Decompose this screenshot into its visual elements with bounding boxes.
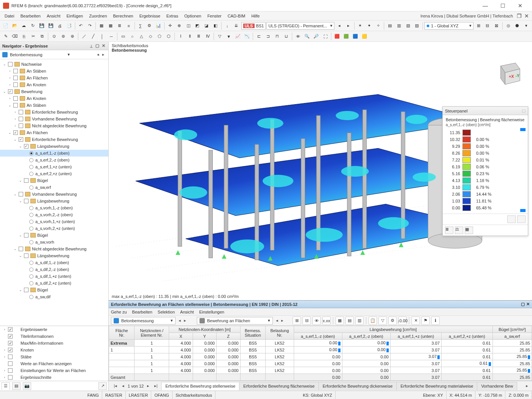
- tree-item[interactable]: a_s,vorh,2,-z (oben): [0, 211, 108, 218]
- refresh-icon[interactable]: ↻: [28, 22, 37, 30]
- menu-einfuegen[interactable]: Einfügen: [63, 11, 86, 21]
- mdi-close-button[interactable]: ✕: [523, 12, 530, 20]
- results-tab[interactable]: Erforderliche Bewehrung stellenweise: [161, 382, 239, 390]
- rm-bearbeiten[interactable]: Bearbeiten: [132, 310, 152, 314]
- col2-icon[interactable]: 🟩: [342, 32, 350, 41]
- page-next-icon[interactable]: ▸: [145, 383, 151, 388]
- rm-ansicht[interactable]: Ansicht: [180, 310, 194, 314]
- table-row[interactable]: 14.0000.0000.000BS5LK520.000.003.070.612…: [109, 367, 532, 374]
- menu-ansicht[interactable]: Ansicht: [44, 11, 63, 21]
- disp3-icon[interactable]: ▧: [404, 22, 412, 30]
- results-tab[interactable]: Erforderliche Bewehrung materialweise: [396, 382, 477, 390]
- tree-item[interactable]: ⌄Vorhandene Bewehrung: [0, 191, 108, 198]
- sec2-icon[interactable]: ⊐: [264, 32, 272, 41]
- tree-item[interactable]: a_s,erf,1,-z (oben): [0, 150, 108, 157]
- rt-next-icon[interactable]: ▸: [280, 318, 285, 323]
- menu-optionen[interactable]: Optionen: [181, 11, 204, 21]
- print-icon[interactable]: 🖨: [56, 22, 64, 30]
- layer2-icon[interactable]: ≡: [125, 22, 133, 30]
- nav-option[interactable]: ›Ergebniswerte: [0, 326, 108, 333]
- shape3-icon[interactable]: △: [137, 32, 146, 41]
- menu-ergebnisse[interactable]: Ergebnisse: [136, 11, 163, 21]
- tree-item[interactable]: ⌄Längsbewehrung: [0, 252, 108, 259]
- vis2-icon[interactable]: 🔍: [303, 32, 311, 41]
- navigator-tree[interactable]: ⌄Nachweise›An Stäben›An Flächen›An Knote…: [0, 59, 108, 326]
- tree-item[interactable]: ›An Knoten: [0, 95, 108, 102]
- tree-item[interactable]: ⌄An Flächen: [0, 129, 108, 136]
- menu-datei[interactable]: Datei: [2, 11, 17, 21]
- tool-a-icon[interactable]: ⊞: [474, 22, 483, 30]
- nav-option[interactable]: ›Knoten: [0, 347, 108, 353]
- nav-option[interactable]: ›Stäbe: [0, 353, 108, 360]
- table-row[interactable]: 14.0000.0000.000BS5LK520.000.003.070.612…: [109, 353, 532, 360]
- tool-d-icon[interactable]: ◎: [504, 22, 513, 30]
- rtool-10-icon[interactable]: ⚙: [388, 317, 397, 325]
- tree-item[interactable]: ⌄Erforderliche Bewehrung: [0, 136, 108, 143]
- rm-selektion[interactable]: Selektion: [158, 310, 175, 314]
- tree-item[interactable]: ⌄Bügel: [0, 232, 108, 239]
- load2-icon[interactable]: ⇊: [232, 22, 241, 30]
- filter1-icon[interactable]: ▽: [215, 32, 224, 41]
- status-vismode[interactable]: Sichtbarkeitsmodus: [173, 391, 215, 399]
- legend-slider-bottom[interactable]: [520, 209, 526, 212]
- results-sel-type[interactable]: Bewehrung an Flächen▾: [197, 317, 273, 325]
- rs-prev-icon[interactable]: ◂: [177, 318, 182, 323]
- rtool-14-icon[interactable]: ℹ: [431, 317, 440, 325]
- page-prev-icon[interactable]: ◂: [120, 383, 126, 388]
- legend-slider-top[interactable]: [520, 128, 526, 131]
- tree-item[interactable]: a_s,erf,2,+z (unten): [0, 170, 108, 177]
- graph-icon[interactable]: 📈: [234, 32, 242, 41]
- tool-f-icon[interactable]: ▾: [522, 22, 530, 30]
- undo-icon[interactable]: ↶: [77, 22, 85, 30]
- status-raster[interactable]: RASTER: [102, 391, 126, 399]
- panel-tab-2[interactable]: ⚖: [455, 226, 463, 234]
- next-load-icon[interactable]: ▸: [344, 22, 353, 30]
- edit5-icon[interactable]: ⧉: [38, 32, 46, 41]
- rm-gehezu[interactable]: Gehe zu: [111, 310, 127, 314]
- snap2-icon[interactable]: ⊚: [59, 32, 67, 41]
- viewport-canvas[interactable]: +X -Y Steuerpanel▢ Betonbemessung | Bewe…: [109, 54, 532, 293]
- calc3-icon[interactable]: 📊: [154, 22, 163, 30]
- menu-fenster[interactable]: Fenster: [204, 11, 225, 21]
- tree-item[interactable]: ›Vorhandene Bewehrung: [0, 116, 108, 122]
- rtool-4-icon[interactable]: x.xx: [322, 317, 331, 325]
- navigator-pin-icon[interactable]: ⟂: [89, 43, 94, 49]
- res2-icon[interactable]: ✦: [365, 22, 373, 30]
- results-table[interactable]: FlächeNr.Netzknoten /Element Nr.Netzknot…: [109, 326, 532, 381]
- res1-icon[interactable]: ✶: [356, 22, 364, 30]
- rtool-6-icon[interactable]: ▤: [345, 317, 354, 325]
- tree-item[interactable]: a_s,vorh,1,+z (unten): [0, 218, 108, 225]
- results-tab[interactable]: Vorhandene Bew: [477, 382, 517, 390]
- edit4-icon[interactable]: ✂: [29, 32, 37, 41]
- res3-icon[interactable]: ✧: [374, 22, 382, 30]
- rtool-12-icon[interactable]: ✕: [412, 317, 420, 325]
- nav-tab-3[interactable]: 📷: [23, 382, 31, 390]
- results-tab[interactable]: Erforderliche Bewehrung flächenweise: [239, 382, 319, 390]
- menu-hilfe[interactable]: Hilfe: [248, 11, 263, 21]
- menu-berechnen[interactable]: Berechnen: [110, 11, 136, 21]
- nav-option[interactable]: Titelinformationen: [0, 333, 108, 340]
- rt-prev-icon[interactable]: ◂: [274, 318, 280, 323]
- rtool-7-icon[interactable]: ▥: [355, 317, 364, 325]
- disp-icon[interactable]: ▤: [386, 22, 394, 30]
- col1-icon[interactable]: 🟥: [333, 32, 341, 41]
- line4-icon[interactable]: ─: [107, 32, 116, 41]
- coord-system-select[interactable]: ◆1 - Global XYZ▾: [424, 22, 473, 30]
- tree-item[interactable]: ⌄Längsbewehrung: [0, 143, 108, 150]
- menu-zuordnen[interactable]: Zuordnen: [86, 11, 110, 21]
- grid2-icon[interactable]: ▦: [106, 22, 115, 30]
- col4-icon[interactable]: 🟨: [360, 32, 369, 41]
- line1-icon[interactable]: ／: [80, 32, 88, 41]
- edit3-icon[interactable]: ⎘: [20, 32, 28, 41]
- layer-icon[interactable]: ≣: [116, 22, 124, 30]
- nav-option[interactable]: Max/Min-Informationen: [0, 340, 108, 347]
- nav-option[interactable]: ›Einstellungen für Werte an Flächen: [0, 367, 108, 374]
- view-cube[interactable]: +X -Y: [493, 59, 523, 88]
- tree-item[interactable]: ⌄Bügel: [0, 287, 108, 293]
- results-table-container[interactable]: FlächeNr.Netzknoten /Element Nr.Netzknot…: [109, 326, 532, 381]
- rtool-9-icon[interactable]: ▽: [378, 317, 387, 325]
- tree-item[interactable]: ›An Stäben: [0, 68, 108, 74]
- status-fang[interactable]: FANG: [84, 391, 102, 399]
- tree-item[interactable]: ⌄Längsbewehrung: [0, 198, 108, 204]
- table-row[interactable]: Extrema14.0000.0000.000BS5LK520.000.003.…: [109, 340, 532, 347]
